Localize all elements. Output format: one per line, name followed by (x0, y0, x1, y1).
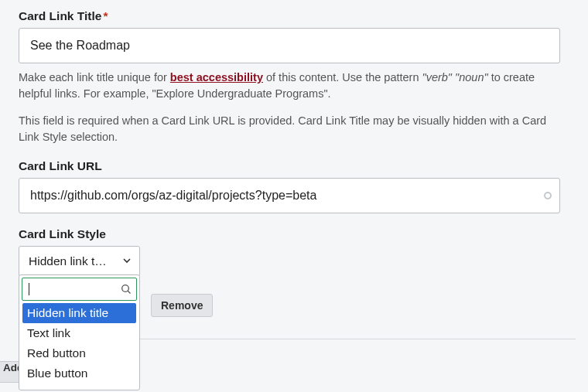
card-link-style-select[interactable]: Hidden link t… (19, 246, 140, 277)
best-accessibility-link[interactable]: best accessibility (170, 71, 263, 84)
option-blue-button[interactable]: Blue button (19, 363, 139, 383)
input-value: See the Roadmap (30, 39, 130, 53)
svg-line-1 (128, 291, 130, 293)
search-icon (121, 284, 132, 295)
title-help-text-1: Make each link title unique for best acc… (19, 70, 565, 102)
card-link-title-label: Card Link Title* (19, 9, 576, 23)
card-link-url-input[interactable]: https://github.com/orgs/az-digital/proje… (19, 178, 560, 213)
label-text: Card Link Title (19, 9, 101, 22)
svg-point-0 (122, 285, 129, 292)
card-link-url-label: Card Link URL (19, 159, 576, 173)
required-asterisk: * (103, 9, 108, 22)
option-text-link[interactable]: Text link (19, 323, 139, 343)
card-link-style-dropdown: Hidden link title Text link Red button B… (19, 274, 140, 390)
card-link-title-input[interactable]: See the Roadmap (19, 28, 560, 63)
option-red-button[interactable]: Red button (19, 343, 139, 363)
dropdown-search-input[interactable] (22, 278, 137, 301)
option-hidden-link-title[interactable]: Hidden link title (22, 303, 136, 323)
card-link-style-label: Card Link Style (19, 227, 576, 241)
input-value: https://github.com/orgs/az-digital/proje… (30, 189, 316, 203)
text-caret (29, 283, 29, 295)
title-help-text-2: This field is required when a Card Link … (19, 113, 565, 145)
remove-button[interactable]: Remove (151, 294, 213, 317)
chevron-down-icon (122, 255, 132, 268)
select-display: Hidden link t… (29, 254, 107, 268)
url-status-icon (544, 192, 552, 199)
